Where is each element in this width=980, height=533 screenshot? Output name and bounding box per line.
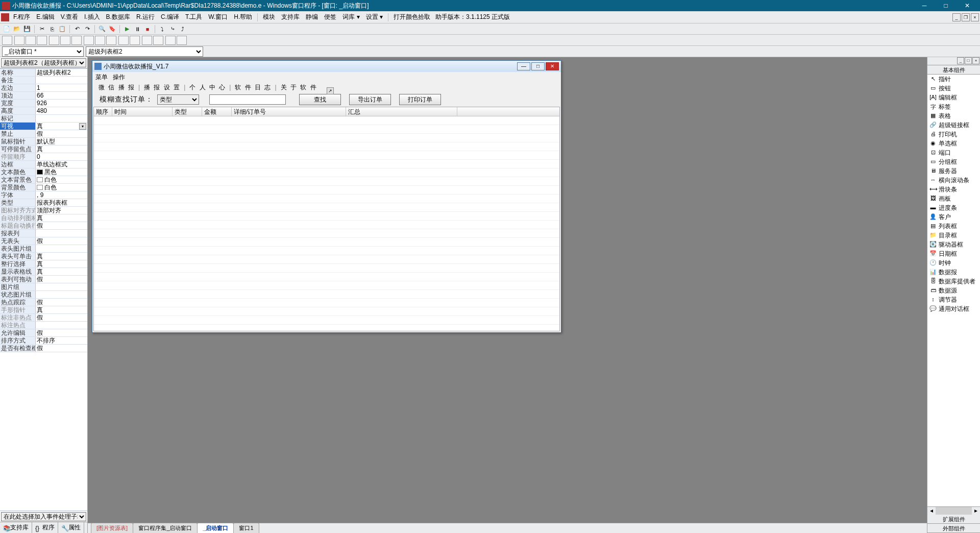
tb-run-icon[interactable]: ▶ xyxy=(122,25,132,34)
menu-item[interactable]: I.插入 xyxy=(81,12,103,21)
menu-item[interactable]: 便签 xyxy=(321,12,339,21)
prop-row[interactable]: 名称超级列表框2 xyxy=(0,69,87,77)
tb-stepout-icon[interactable]: ⤴ xyxy=(178,25,187,34)
prop-value[interactable]: 单线边框式 xyxy=(36,161,87,168)
size-width-icon[interactable] xyxy=(84,36,94,45)
prop-value[interactable]: 0 xyxy=(36,153,87,160)
prop-row[interactable]: 类型报表列表框 xyxy=(0,199,87,207)
maximize-button[interactable]: □ xyxy=(935,0,957,11)
prop-row[interactable]: 停留顺序0 xyxy=(0,153,87,161)
prop-value[interactable]: 白色 xyxy=(36,176,87,183)
component-item[interactable]: 🗄数据库提供者 xyxy=(927,277,980,286)
prop-row[interactable]: 边框单线边框式 xyxy=(0,161,87,168)
component-item[interactable]: ↖指针 xyxy=(927,75,980,84)
search-input[interactable] xyxy=(209,94,286,105)
left-tab[interactable]: 🔧属性 xyxy=(58,522,84,533)
center-v-icon[interactable] xyxy=(153,36,163,45)
component-item[interactable]: 🔗超级链接框 xyxy=(927,120,980,130)
prop-row[interactable]: 可视真▾ xyxy=(0,123,87,130)
prop-row[interactable]: 自动排列图标真 xyxy=(0,214,87,222)
design-close-button[interactable]: ✕ xyxy=(546,62,559,70)
component-item[interactable]: 📅日期框 xyxy=(927,249,980,258)
tab-order-icon[interactable] xyxy=(177,36,187,45)
align-center-icon[interactable] xyxy=(26,36,36,45)
menu-item[interactable]: 设置 ▾ xyxy=(363,12,386,21)
design-max-button[interactable]: □ xyxy=(531,62,545,70)
column-header[interactable]: 顺序 xyxy=(94,107,112,116)
prop-value[interactable]: 真 xyxy=(36,306,87,313)
column-header[interactable]: 详细/订单号 xyxy=(232,107,346,116)
mdi-tab[interactable]: 窗口1 xyxy=(233,523,259,533)
component-item[interactable]: 🖥服务器 xyxy=(927,166,980,176)
prop-value[interactable]: 假 xyxy=(36,130,87,137)
design-tab[interactable]: 播 报 设 置 xyxy=(141,83,184,92)
prop-row[interactable]: 表头可单击真 xyxy=(0,253,87,260)
component-item[interactable]: ↕调节器 xyxy=(927,295,980,304)
prop-value[interactable]: 926 xyxy=(36,100,87,107)
component-item[interactable]: ▭按钮 xyxy=(927,84,980,93)
prop-object-select[interactable]: 超级列表框2（超级列表框） xyxy=(1,58,86,67)
prop-value[interactable]: 报表列表框 xyxy=(36,199,87,206)
prop-value[interactable] xyxy=(36,115,87,122)
prop-value[interactable]: 480 xyxy=(36,107,87,114)
prop-value[interactable]: 假 xyxy=(36,345,87,352)
prop-value[interactable]: 默认型 xyxy=(36,138,87,145)
component-header-basic[interactable]: 基本组件 xyxy=(927,65,980,75)
component-item[interactable]: ⟷滑块条 xyxy=(927,185,980,194)
menu-color-pick[interactable]: 打开颜色拾取 xyxy=(390,12,433,22)
center-h-icon[interactable] xyxy=(142,36,152,45)
align-mid-icon[interactable] xyxy=(60,36,70,45)
prop-value[interactable]: 黑色 xyxy=(36,168,87,176)
column-header[interactable]: 金额 xyxy=(202,107,232,116)
menu-item[interactable]: B.数据库 xyxy=(103,12,133,21)
prop-value[interactable]: 超级列表框2 xyxy=(36,69,87,76)
prop-row[interactable]: 标记 xyxy=(0,115,87,123)
panel-max-icon[interactable]: □ xyxy=(965,57,972,64)
menu-item[interactable]: E.编辑 xyxy=(33,12,57,21)
component-header-ext[interactable]: 扩展组件 xyxy=(927,515,980,524)
space-v-icon[interactable] xyxy=(130,36,140,45)
prop-row[interactable]: 无表头假 xyxy=(0,237,87,245)
prop-value[interactable]: 顶部对齐 xyxy=(36,207,87,214)
prop-row[interactable]: 左边1 xyxy=(0,84,87,92)
component-item[interactable]: [A]编辑框 xyxy=(927,93,980,102)
prop-value[interactable]: 真 xyxy=(36,268,87,275)
menu-item[interactable]: T.工具 xyxy=(182,12,205,21)
prop-row[interactable]: 表列可拖动假 xyxy=(0,276,87,283)
mdi-close-icon[interactable]: × xyxy=(971,13,979,21)
export-button[interactable]: 导出订单 xyxy=(349,94,391,105)
column-header[interactable]: 汇总 xyxy=(346,107,457,116)
component-item[interactable]: 👤客户 xyxy=(927,212,980,222)
prop-row[interactable]: 整行选择真 xyxy=(0,260,87,268)
prop-row[interactable]: 标题自动换行假 xyxy=(0,222,87,230)
prop-value[interactable]: , 9 xyxy=(36,191,87,199)
column-header[interactable]: 类型 xyxy=(173,107,202,116)
panel-min-icon[interactable]: _ xyxy=(957,57,964,64)
prop-row[interactable]: 宽度926 xyxy=(0,100,87,107)
tb-bookmark-icon[interactable]: 🔖 xyxy=(108,25,117,34)
tb-save-icon[interactable]: 💾 xyxy=(22,25,32,34)
prop-row[interactable]: 状态图片组 xyxy=(0,291,87,299)
tb-open-icon[interactable]: 📂 xyxy=(12,25,21,34)
prop-value[interactable] xyxy=(36,322,87,329)
align-top-icon[interactable] xyxy=(49,36,59,45)
prop-value[interactable] xyxy=(36,245,87,252)
prop-value[interactable]: 1 xyxy=(36,84,87,91)
prop-row[interactable]: 热点跟踪假 xyxy=(0,299,87,306)
prop-row[interactable]: 可停留焦点真 xyxy=(0,146,87,153)
align-left-icon[interactable] xyxy=(14,36,24,45)
tb-find-icon[interactable]: 🔍 xyxy=(97,25,107,34)
tb-stepover-icon[interactable]: ⤵ xyxy=(158,25,167,34)
tb-redo-icon[interactable]: ↷ xyxy=(83,25,92,34)
design-tab[interactable]: 软 件 日 志 xyxy=(232,83,275,92)
prop-row[interactable]: 字体, 9 xyxy=(0,191,87,199)
prop-value[interactable]: 白色 xyxy=(36,184,87,191)
size-height-icon[interactable] xyxy=(95,36,105,45)
prop-value[interactable] xyxy=(36,283,87,290)
component-item[interactable]: ▦表格 xyxy=(927,111,980,120)
menu-item[interactable]: H.帮助 xyxy=(231,12,255,21)
mdi-tab[interactable]: _启动窗口 xyxy=(197,523,234,533)
selection-handle-icon[interactable]: ↗ xyxy=(327,87,334,94)
prop-row[interactable]: 报表列 xyxy=(0,230,87,237)
menu-item[interactable]: 支持库 xyxy=(278,12,303,21)
